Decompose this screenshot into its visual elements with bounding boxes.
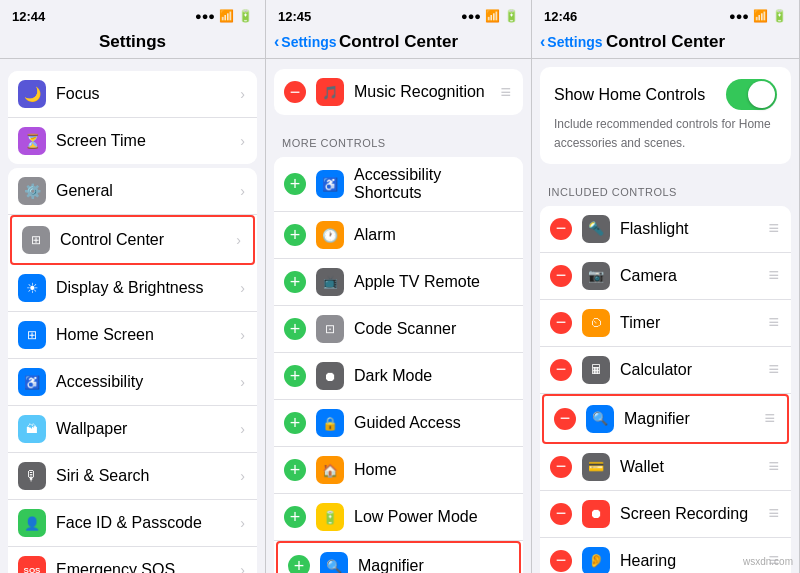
drag-flashlight[interactable]	[768, 218, 779, 239]
settings-item-face-id[interactable]: 👤 Face ID & Passcode ›	[8, 500, 257, 547]
cc-scroll-2[interactable]: − 🎵 Music Recognition MORE CONTROLS + ♿ …	[266, 59, 531, 573]
cc-more-group: + ♿ Accessibility Shortcuts + 🕐 Alarm + …	[274, 157, 523, 573]
cc-item-home[interactable]: + 🏠 Home	[274, 447, 523, 494]
settings-item-general[interactable]: ⚙️ General ›	[8, 168, 257, 215]
minus-hearing[interactable]: −	[550, 550, 572, 572]
cc-item-low-power[interactable]: + 🔋 Low Power Mode	[274, 494, 523, 541]
apple-tv-icon: 📺	[316, 268, 344, 296]
settings-item-wallpaper[interactable]: 🏔 Wallpaper ›	[8, 406, 257, 453]
drag-screen-rec[interactable]	[768, 503, 779, 524]
dark-mode-icon: ⏺	[316, 362, 344, 390]
settings-item-home-screen[interactable]: ⊞ Home Screen ›	[8, 312, 257, 359]
p3-item-wallet[interactable]: − 💳 Wallet	[540, 444, 791, 491]
minus-camera[interactable]: −	[550, 265, 572, 287]
cc-item-accessibility-shortcuts[interactable]: + ♿ Accessibility Shortcuts	[274, 157, 523, 212]
accessibility-icon: ♿	[18, 368, 46, 396]
show-home-row: Show Home Controls Include recommended c…	[540, 67, 791, 164]
control-center-label: Control Center	[60, 231, 236, 249]
panel-control-center-more: 12:45 ●●● 📶 🔋 ‹ Settings Control Center …	[266, 0, 532, 573]
drag-timer[interactable]	[768, 312, 779, 333]
display-label: Display & Brightness	[56, 279, 240, 297]
plus-btn-alarm[interactable]: +	[284, 224, 306, 246]
cc-item-magnifier[interactable]: + 🔍 Magnifier	[276, 541, 521, 573]
plus-btn-guided[interactable]: +	[284, 412, 306, 434]
settings-title: Settings	[99, 32, 166, 52]
cc-included-group: − 🎵 Music Recognition	[274, 69, 523, 115]
show-home-desc: Include recommended controls for Home ac…	[554, 117, 771, 150]
status-icons-3: ●●● 📶 🔋	[729, 9, 787, 23]
drag-handle-music[interactable]	[500, 82, 511, 103]
p3-item-flashlight[interactable]: − 🔦 Flashlight	[540, 206, 791, 253]
battery-icon-3: 🔋	[772, 9, 787, 23]
status-icons-2: ●●● 📶 🔋	[461, 9, 519, 23]
settings-item-display[interactable]: ☀ Display & Brightness ›	[8, 265, 257, 312]
settings-scroll[interactable]: 🌙 Focus › ⏳ Screen Time › ⚙️ General ›	[0, 59, 265, 573]
settings-item-screen-time[interactable]: ⏳ Screen Time ›	[8, 118, 257, 164]
minus-btn-music[interactable]: −	[284, 81, 306, 103]
settings-item-sos[interactable]: SOS Emergency SOS ›	[8, 547, 257, 573]
music-rec-label: Music Recognition	[354, 83, 500, 101]
nav-bar-1: Settings	[0, 28, 265, 59]
plus-btn-access[interactable]: +	[284, 173, 306, 195]
time-2: 12:45	[278, 9, 311, 24]
settings-item-accessibility[interactable]: ♿ Accessibility ›	[8, 359, 257, 406]
flashlight-label: Flashlight	[620, 220, 768, 238]
p3-item-screen-recording[interactable]: − ⏺ Screen Recording	[540, 491, 791, 538]
code-scanner-label: Code Scanner	[354, 320, 511, 338]
wallet-label-p3: Wallet	[620, 458, 768, 476]
cc-item-alarm[interactable]: + 🕐 Alarm	[274, 212, 523, 259]
plus-btn-dark[interactable]: +	[284, 365, 306, 387]
wallet-icon-p3: 💳	[582, 453, 610, 481]
plus-btn-lowpower[interactable]: +	[284, 506, 306, 528]
sos-label: Emergency SOS	[56, 561, 240, 573]
minus-screen-rec[interactable]: −	[550, 503, 572, 525]
settings-item-focus[interactable]: 🌙 Focus ›	[8, 71, 257, 118]
face-id-icon: 👤	[18, 509, 46, 537]
plus-btn-tv[interactable]: +	[284, 271, 306, 293]
alarm-label: Alarm	[354, 226, 511, 244]
cc-item-dark-mode[interactable]: + ⏺ Dark Mode	[274, 353, 523, 400]
cc-item-guided-access[interactable]: + 🔒 Guided Access	[274, 400, 523, 447]
signal-icon-2: ●●●	[461, 10, 481, 22]
cc-title-2: Control Center	[339, 32, 458, 52]
cc-scroll-3[interactable]: Show Home Controls Include recommended c…	[532, 59, 799, 573]
drag-magnifier[interactable]	[764, 408, 775, 429]
code-scanner-icon: ⊡	[316, 315, 344, 343]
back-button-2[interactable]: ‹ Settings	[274, 33, 337, 51]
cc-item-music-rec-included[interactable]: − 🎵 Music Recognition	[274, 69, 523, 115]
minus-wallet[interactable]: −	[550, 456, 572, 478]
magnifier-icon: 🔍	[320, 552, 348, 573]
drag-calculator[interactable]	[768, 359, 779, 380]
time-1: 12:44	[12, 9, 45, 24]
p3-item-magnifier[interactable]: − 🔍 Magnifier	[542, 394, 789, 444]
status-bar-3: 12:46 ●●● 📶 🔋	[532, 0, 799, 28]
plus-btn-home[interactable]: +	[284, 459, 306, 481]
settings-item-control-center[interactable]: ⊞ Control Center ›	[10, 215, 255, 265]
plus-btn-magnifier[interactable]: +	[288, 555, 310, 573]
calculator-label: Calculator	[620, 361, 768, 379]
minus-timer[interactable]: −	[550, 312, 572, 334]
show-home-toggle[interactable]	[726, 79, 777, 110]
minus-flashlight[interactable]: −	[550, 218, 572, 240]
drag-wallet[interactable]	[768, 456, 779, 477]
back-button-3[interactable]: ‹ Settings	[540, 33, 603, 51]
drag-camera[interactable]	[768, 265, 779, 286]
panel-control-center-included: 12:46 ●●● 📶 🔋 ‹ Settings Control Center …	[532, 0, 800, 573]
minus-calculator[interactable]: −	[550, 359, 572, 381]
wallpaper-label: Wallpaper	[56, 420, 240, 438]
settings-item-siri[interactable]: 🎙 Siri & Search ›	[8, 453, 257, 500]
plus-btn-code[interactable]: +	[284, 318, 306, 340]
back-chevron-2: ‹	[274, 33, 279, 51]
p3-item-camera[interactable]: − 📷 Camera	[540, 253, 791, 300]
minus-magnifier[interactable]: −	[554, 408, 576, 430]
calculator-icon: 🖩	[582, 356, 610, 384]
timer-label: Timer	[620, 314, 768, 332]
home-label: Home	[354, 461, 511, 479]
cc-item-apple-tv[interactable]: + 📺 Apple TV Remote	[274, 259, 523, 306]
p3-item-calculator[interactable]: − 🖩 Calculator	[540, 347, 791, 394]
display-icon: ☀	[18, 274, 46, 302]
p3-item-timer[interactable]: − ⏲ Timer	[540, 300, 791, 347]
included-header: INCLUDED CONTROLS	[532, 168, 799, 202]
screen-time-label: Screen Time	[56, 132, 240, 150]
cc-item-code-scanner[interactable]: + ⊡ Code Scanner	[274, 306, 523, 353]
